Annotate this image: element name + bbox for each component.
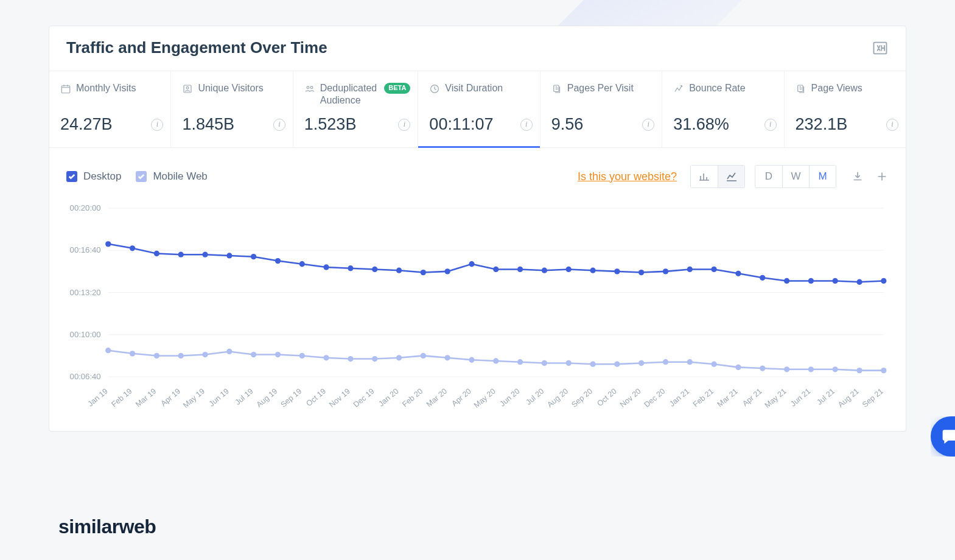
data-point[interactable]	[784, 278, 789, 284]
data-point[interactable]	[638, 360, 644, 366]
data-point[interactable]	[202, 252, 208, 257]
data-point[interactable]	[275, 258, 281, 264]
data-point[interactable]	[372, 267, 377, 272]
data-point[interactable]	[348, 356, 353, 362]
data-point[interactable]	[517, 359, 523, 365]
data-point[interactable]	[493, 267, 498, 272]
data-point[interactable]	[396, 268, 402, 273]
info-icon[interactable]: i	[764, 119, 777, 131]
info-icon[interactable]: i	[151, 119, 163, 131]
metric-page-views[interactable]: Page Views232.1Bi	[785, 71, 906, 147]
data-point[interactable]	[760, 365, 765, 371]
data-point[interactable]	[275, 352, 281, 357]
data-point[interactable]	[299, 261, 305, 267]
data-point[interactable]	[711, 362, 716, 367]
audience-icon	[304, 83, 315, 94]
data-point[interactable]	[178, 252, 184, 257]
data-point[interactable]	[856, 368, 862, 373]
add-icon[interactable]	[875, 170, 889, 183]
data-point[interactable]	[105, 241, 111, 247]
data-point[interactable]	[323, 264, 329, 270]
data-point[interactable]	[517, 267, 523, 272]
data-point[interactable]	[808, 278, 814, 284]
data-point[interactable]	[178, 353, 184, 359]
data-point[interactable]	[154, 251, 159, 256]
data-point[interactable]	[566, 267, 572, 272]
svg-point-3	[187, 87, 189, 89]
info-icon[interactable]: i	[642, 119, 654, 131]
metric-dedup-audience[interactable]: Deduplicated AudienceBETA1.523Bi	[293, 71, 419, 147]
data-point[interactable]	[105, 348, 111, 353]
metric-visit-duration[interactable]: Visit Duration00:11:07i	[418, 71, 540, 147]
is-this-your-website-link[interactable]: Is this your website?	[578, 170, 677, 183]
granularity-month[interactable]: M	[809, 166, 836, 187]
data-point[interactable]	[638, 270, 644, 275]
data-point[interactable]	[687, 359, 693, 365]
export-excel-icon[interactable]	[872, 40, 889, 57]
info-icon[interactable]: i	[520, 119, 533, 131]
data-point[interactable]	[469, 261, 474, 267]
chart-type-line[interactable]	[718, 166, 744, 187]
data-point[interactable]	[226, 349, 232, 354]
svg-rect-1	[61, 86, 70, 93]
legend-desktop[interactable]: Desktop	[66, 170, 121, 183]
data-point[interactable]	[154, 353, 159, 359]
svg-text:00:16:40: 00:16:40	[70, 245, 101, 254]
data-point[interactable]	[130, 245, 135, 251]
data-point[interactable]	[323, 355, 329, 360]
data-point[interactable]	[251, 352, 256, 357]
data-point[interactable]	[663, 359, 668, 365]
svg-text:Feb 20: Feb 20	[401, 387, 424, 409]
data-point[interactable]	[226, 253, 232, 258]
data-point[interactable]	[687, 267, 693, 272]
data-point[interactable]	[299, 353, 305, 359]
info-icon[interactable]: i	[398, 119, 410, 131]
data-point[interactable]	[348, 265, 353, 271]
data-point[interactable]	[614, 362, 620, 367]
data-point[interactable]	[881, 278, 886, 284]
data-point[interactable]	[493, 358, 498, 363]
granularity-week[interactable]: W	[782, 166, 809, 187]
metric-unique-visitors[interactable]: Unique Visitors1.845Bi	[171, 71, 293, 147]
chart-type-bar[interactable]	[691, 166, 718, 187]
data-point[interactable]	[711, 267, 716, 272]
data-point[interactable]	[130, 351, 135, 356]
granularity-day[interactable]: D	[755, 166, 782, 187]
svg-point-4	[307, 86, 309, 89]
data-point[interactable]	[614, 268, 620, 274]
info-icon[interactable]: i	[273, 119, 285, 131]
data-point[interactable]	[760, 275, 765, 281]
svg-text:Oct 19: Oct 19	[305, 387, 327, 408]
data-point[interactable]	[833, 366, 838, 372]
data-point[interactable]	[590, 362, 595, 367]
data-point[interactable]	[421, 270, 426, 275]
metric-label-text: Pages Per Visit	[567, 82, 634, 94]
data-point[interactable]	[735, 365, 741, 370]
data-point[interactable]	[784, 366, 789, 372]
data-point[interactable]	[833, 278, 838, 284]
data-point[interactable]	[542, 268, 547, 273]
data-point[interactable]	[396, 355, 402, 360]
data-point[interactable]	[735, 271, 741, 276]
data-point[interactable]	[469, 357, 474, 363]
data-point[interactable]	[590, 268, 595, 273]
data-point[interactable]	[421, 353, 426, 359]
data-point[interactable]	[444, 355, 450, 360]
data-point[interactable]	[808, 366, 814, 372]
data-point[interactable]	[881, 368, 886, 373]
legend-mobileweb[interactable]: Mobile Web	[136, 170, 207, 183]
data-point[interactable]	[663, 268, 668, 274]
data-point[interactable]	[856, 279, 862, 285]
chat-widget-button[interactable]	[931, 416, 955, 457]
metric-monthly-visits[interactable]: Monthly Visits24.27Bi	[49, 71, 171, 147]
data-point[interactable]	[566, 360, 572, 366]
data-point[interactable]	[251, 254, 256, 259]
data-point[interactable]	[444, 268, 450, 274]
download-icon[interactable]	[851, 170, 864, 183]
metric-pages-per-visit[interactable]: Pages Per Visit9.56i	[540, 71, 662, 147]
data-point[interactable]	[372, 356, 377, 362]
info-icon[interactable]: i	[886, 119, 898, 131]
data-point[interactable]	[542, 360, 547, 366]
metric-bounce-rate[interactable]: Bounce Rate31.68%i	[662, 71, 784, 147]
data-point[interactable]	[202, 352, 208, 357]
